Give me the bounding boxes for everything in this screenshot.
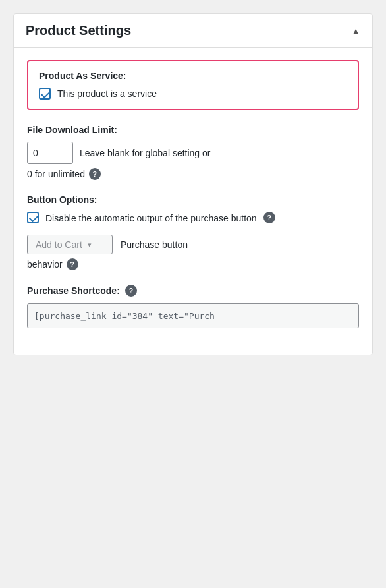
- disable-button-checkbox-wrapper[interactable]: [27, 212, 39, 223]
- disable-button-help-icon[interactable]: ?: [263, 212, 275, 223]
- shortcode-label-row: Purchase Shortcode: ?: [27, 285, 359, 297]
- download-limit-inline-hint: Leave blank for global setting or: [80, 148, 210, 158]
- button-options-section: Button Options: Disable the automatic ou…: [27, 194, 359, 270]
- disable-button-label: Disable the automatic output of the purc…: [45, 212, 257, 225]
- download-limit-section: File Download Limit: Leave blank for glo…: [27, 125, 359, 180]
- purchase-button-dropdown[interactable]: Add to Cart ▾: [27, 235, 113, 254]
- shortcode-help-icon[interactable]: ?: [125, 285, 137, 297]
- download-limit-row: Leave blank for global setting or: [27, 142, 359, 164]
- download-limit-hint-row: 0 for unlimited ?: [27, 168, 359, 180]
- service-checkbox-row: This product is a service: [39, 88, 347, 100]
- collapse-icon[interactable]: ▲: [351, 26, 360, 36]
- dropdown-value: Add to Cart: [36, 239, 82, 250]
- download-limit-label: File Download Limit:: [27, 125, 359, 135]
- disable-button-row: Disable the automatic output of the purc…: [27, 212, 359, 225]
- dropdown-row: Add to Cart ▾ Purchase button: [27, 235, 359, 254]
- panel-body: Product As Service: This product is a se…: [14, 48, 372, 355]
- shortcode-label: Purchase Shortcode:: [27, 285, 120, 296]
- service-checkbox-wrapper[interactable]: [39, 88, 51, 100]
- download-limit-input[interactable]: [27, 142, 73, 164]
- panel-title: Product Settings: [26, 23, 131, 38]
- chevron-down-icon: ▾: [88, 241, 92, 249]
- service-checkbox-label: This product is a service: [57, 88, 157, 99]
- download-limit-help-icon[interactable]: ?: [89, 168, 101, 180]
- product-as-service-section: Product As Service: This product is a se…: [27, 60, 359, 110]
- purchase-button-behavior-label: Purchase button: [121, 239, 188, 250]
- behavior-text: behavior: [27, 259, 63, 270]
- panel-header: Product Settings ▲: [14, 14, 372, 48]
- shortcode-input[interactable]: [27, 303, 359, 328]
- behavior-help-icon[interactable]: ?: [67, 258, 78, 270]
- download-limit-below-hint: 0 for unlimited: [27, 169, 85, 179]
- service-section-label: Product As Service:: [39, 71, 347, 81]
- behavior-hint-row: behavior ?: [27, 258, 359, 270]
- button-options-label: Button Options:: [27, 194, 359, 205]
- purchase-shortcode-section: Purchase Shortcode: ?: [27, 285, 359, 328]
- product-settings-panel: Product Settings ▲ Product As Service: T…: [13, 13, 373, 355]
